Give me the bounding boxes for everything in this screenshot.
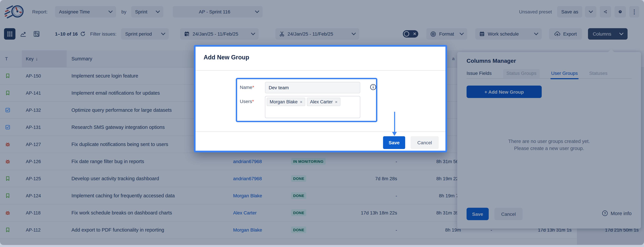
modal-header-divider bbox=[196, 70, 446, 71]
required-asterisk: * bbox=[252, 99, 254, 104]
remove-user-icon[interactable]: × bbox=[335, 100, 338, 104]
info-icon[interactable] bbox=[370, 84, 376, 90]
add-new-group-modal: Add New Group Name* Users* Morgan Blake bbox=[194, 45, 447, 152]
user-chip: Alex Carter × bbox=[307, 98, 340, 106]
users-label: Users* bbox=[240, 99, 254, 104]
group-users-input[interactable]: Morgan Blake × Alex Carter × bbox=[265, 96, 360, 118]
app-window: Report: Assignee Time by Sprint AP - Spr… bbox=[0, 0, 644, 245]
name-label: Name* bbox=[240, 85, 254, 90]
modal-cancel-button[interactable]: Cancel bbox=[410, 136, 439, 149]
modal-save-button[interactable]: Save bbox=[383, 136, 405, 149]
arrow-head bbox=[392, 132, 397, 136]
user-chip-label: Alex Carter bbox=[310, 99, 333, 104]
highlighted-form-area: Name* Users* Morgan Blake × bbox=[236, 78, 377, 122]
remove-user-icon[interactable]: × bbox=[300, 100, 302, 104]
user-chip: Morgan Blake × bbox=[267, 98, 306, 106]
user-chip-label: Morgan Blake bbox=[270, 99, 298, 104]
required-asterisk: * bbox=[252, 85, 254, 90]
modal-footer-divider bbox=[196, 131, 446, 132]
pointer-arrow bbox=[392, 112, 397, 137]
modal-title: Add New Group bbox=[204, 54, 249, 61]
group-name-input[interactable] bbox=[265, 82, 360, 93]
